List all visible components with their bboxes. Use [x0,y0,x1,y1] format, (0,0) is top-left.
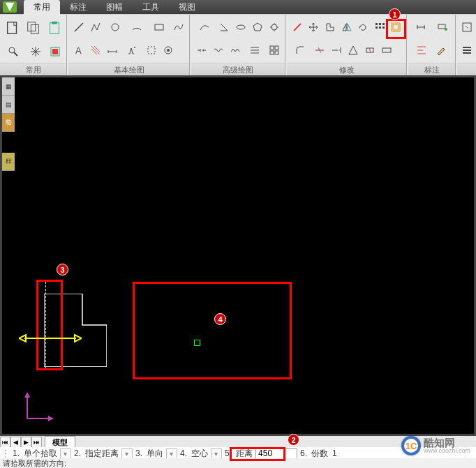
angle-icon[interactable] [216,20,232,35]
rotate-icon[interactable] [355,20,371,35]
dim-style-icon[interactable] [411,43,432,58]
palette-sep [2,132,15,153]
opt3-select[interactable] [166,448,177,459]
dim-edit-icon[interactable] [433,43,449,58]
trim-icon[interactable] [312,43,327,58]
array-icon[interactable] [372,20,387,35]
layers-icon[interactable] [47,44,63,59]
panel-extra [457,15,476,75]
fillet-icon[interactable] [290,43,311,58]
opt3-label: 单向 [145,448,165,460]
highlight-box-1 [386,19,406,39]
clip-icon[interactable] [322,20,338,35]
tab-annotation[interactable]: 标注 [60,0,96,15]
opt1-select[interactable] [60,448,71,459]
svg-rect-47 [438,24,445,29]
dimension-icon[interactable] [105,43,120,58]
table-icon[interactable] [244,43,265,58]
erase-icon[interactable] [290,20,305,35]
opt6-num: 6. [299,448,308,458]
insert-icon[interactable] [460,20,473,35]
palette-item[interactable]: ▤ [2,96,15,114]
tab-next-icon[interactable]: ▶ [21,437,31,448]
opt6-value: 1 [331,448,339,458]
arc-icon[interactable] [127,20,148,35]
callout-4: 4 [214,313,226,325]
svg-point-17 [237,25,245,29]
opt2-select[interactable] [121,448,133,459]
callout-2: 2 [288,434,299,446]
move-icon[interactable] [306,20,322,35]
svg-rect-4 [52,22,57,24]
break-icon[interactable] [362,43,378,58]
extend-icon[interactable] [329,43,344,58]
svg-point-48 [445,28,447,31]
gear-draw-icon[interactable] [267,20,282,35]
line-icon[interactable] [71,20,87,35]
region-icon[interactable] [161,43,176,58]
svg-rect-2 [31,25,39,34]
block-icon[interactable] [144,43,159,58]
panel-advanced-draw: 高级绘图 [191,15,285,75]
opt-sep: ⋮ [1,448,10,458]
opt1-label: 单个拾取 [22,448,59,460]
stretch-icon[interactable] [379,43,394,58]
tab-first-icon[interactable]: ⏮ [0,437,10,448]
palette-item[interactable]: ▦ [2,77,15,96]
spline2-icon[interactable] [194,20,215,35]
point-icon[interactable] [121,43,142,58]
tab-common[interactable]: 常用 [24,0,60,15]
drawing-canvas[interactable]: ▦ ▤ 格 样 3 4 [0,75,476,436]
panel-label-extra [457,63,476,75]
svg-rect-35 [382,27,385,29]
svg-rect-43 [382,48,391,52]
grid-icon[interactable] [267,43,282,58]
dim-align-icon[interactable] [433,20,453,35]
svg-rect-1 [28,22,36,31]
palette-item[interactable]: 格 [2,114,15,132]
tab-prev-icon[interactable]: ◀ [10,437,21,448]
rectangle-icon[interactable] [149,20,170,35]
wave-icon[interactable] [211,43,226,58]
tab-last-icon[interactable]: ⏭ [31,437,42,448]
opt4-select[interactable] [211,448,222,459]
polyline-icon[interactable] [88,20,103,35]
dim-linear-icon[interactable] [411,20,431,35]
circle-icon[interactable] [105,20,126,35]
mirror-icon[interactable] [339,20,355,35]
svg-rect-31 [379,23,381,25]
svg-rect-23 [270,46,274,50]
opt6-label: 份数 [310,448,329,460]
ribbon-tabs: 常用 标注 图幅 工具 视图 [24,0,205,15]
ellipse-icon[interactable] [233,20,248,35]
tab-frame[interactable]: 图幅 [96,0,133,15]
polygon-icon[interactable] [250,20,265,35]
svg-rect-11 [155,24,163,30]
svg-line-53 [466,26,468,29]
paste-icon[interactable] [45,18,64,38]
zigzag-icon[interactable] [228,43,243,58]
panel-label-basic: 基本绘图 [68,63,189,75]
svg-rect-30 [375,23,378,25]
highlight-box-2 [230,447,285,461]
gap-icon[interactable] [194,43,209,58]
tab-view[interactable]: 视图 [169,0,205,15]
spline-icon[interactable] [171,20,186,35]
palette-item[interactable]: 样 [2,153,15,171]
highlight-box-3 [36,280,63,370]
app-logo [3,1,17,13]
zoom-icon[interactable] [3,44,24,59]
menu-icon[interactable] [460,43,473,58]
opt2-label: 指定距离 [84,448,120,460]
opt3-num: 3. [134,448,144,458]
tab-tools[interactable]: 工具 [133,0,169,15]
scale-icon[interactable] [345,43,361,58]
hatch-icon[interactable] [88,43,103,58]
side-palette: ▦ ▤ 格 样 [2,77,15,171]
panel-label-modify: 修改 [287,63,406,75]
copy-icon[interactable] [24,18,43,38]
text-icon[interactable]: A [71,43,87,58]
new-file-icon[interactable] [3,18,22,38]
panel-dimension: 标注 [408,15,456,75]
pan-icon[interactable] [25,44,46,59]
